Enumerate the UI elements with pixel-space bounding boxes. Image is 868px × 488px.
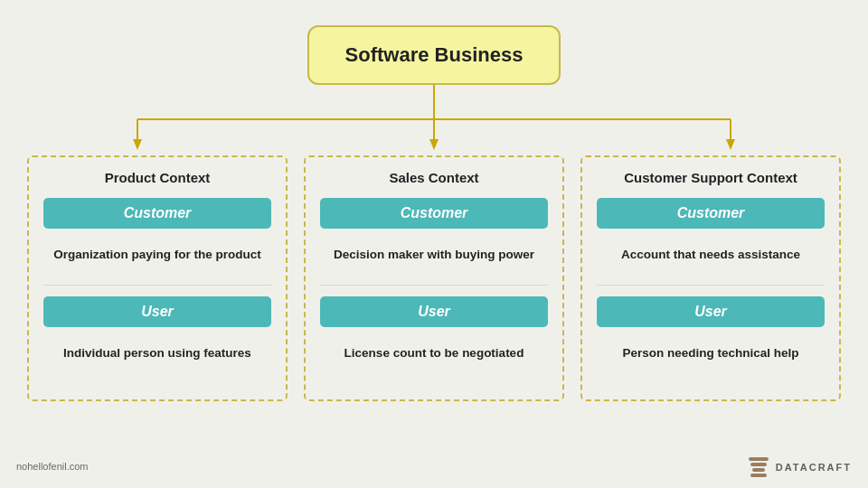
column-product-context: Product Context Customer Organization pa… (27, 155, 288, 401)
icon-bar-1 (752, 468, 765, 472)
product-divider (43, 285, 271, 286)
support-user-description: Person needing technical help (622, 334, 798, 371)
product-customer-description: Organization paying for the product (53, 236, 261, 272)
connector-lines (0, 85, 868, 155)
watermark: DATACRAFT (749, 457, 852, 477)
watermark-brand: DATACRAFT (776, 462, 852, 473)
support-customer-badge: Customer (597, 198, 825, 229)
support-context-title: Customer Support Context (624, 170, 797, 185)
support-customer-description: Account that needs assistance (621, 236, 800, 272)
sales-user-description: License count to be negotiated (344, 334, 524, 371)
product-user-badge: User (43, 296, 271, 327)
icon-bar-4 (750, 474, 767, 477)
support-user-badge: User (597, 296, 825, 327)
column-sales-context: Sales Context Customer Decision maker wi… (304, 155, 564, 401)
sales-customer-description: Decision maker with buying power (334, 236, 534, 272)
product-context-title: Product Context (105, 170, 211, 185)
svg-marker-3 (133, 139, 142, 150)
sales-user-badge: User (320, 296, 548, 327)
product-user-description: Individual person using features (63, 334, 251, 371)
top-node: Software Business (307, 25, 561, 85)
support-divider (597, 285, 825, 286)
svg-marker-7 (726, 139, 735, 150)
icon-bar-2 (750, 463, 767, 466)
column-support-context: Customer Support Context Customer Accoun… (580, 155, 841, 401)
icon-bar-3 (749, 457, 769, 461)
diagram-container: Software Business Product Context Custom… (0, 0, 868, 488)
sales-divider (320, 285, 548, 286)
datacraft-icon (749, 457, 769, 477)
top-node-wrapper: Software Business (307, 25, 561, 85)
top-node-label: Software Business (345, 43, 524, 66)
columns-wrapper: Product Context Customer Organization pa… (0, 155, 868, 401)
sales-context-title: Sales Context (389, 170, 478, 185)
connectors-area (0, 85, 868, 155)
sales-customer-badge: Customer (320, 198, 548, 229)
product-customer-badge: Customer (43, 198, 271, 229)
svg-marker-5 (429, 139, 439, 150)
footer-website: nohellofenil.com (16, 461, 89, 472)
